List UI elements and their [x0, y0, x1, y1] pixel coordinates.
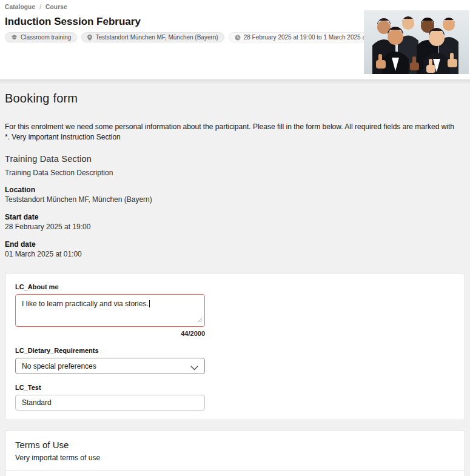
terms-card: Terms of Use Very importat terms of use … [5, 430, 465, 476]
start-date-field: Start date 28 February 2025 at 19:00 [5, 212, 465, 232]
char-counter: 44/2000 [15, 330, 205, 337]
course-photo [364, 10, 469, 74]
about-me-label: LC_About me [15, 283, 455, 290]
resize-handle-icon[interactable] [198, 316, 203, 324]
dietary-selected-value: No special preferences [22, 362, 96, 370]
badge-label: Classroom training [21, 34, 71, 41]
end-date-field: End date 01 March 2025 at 01:00 [5, 240, 465, 259]
chevron-down-icon [190, 364, 198, 372]
badge-label: Teststandort München MF, München (Bayern… [95, 34, 218, 41]
terms-body: I agree * [5, 471, 465, 476]
terms-description: Very importat terms of use [15, 454, 455, 462]
badge-label: 28 February 2025 at 19:00 to 1 March 202… [244, 34, 384, 41]
clock-icon [235, 35, 241, 41]
training-data-section-description: Training Data Section Description [5, 169, 465, 177]
training-data-section-title: Training Data Section [5, 154, 465, 164]
badge-location: Teststandort München MF, München (Bayern… [81, 32, 224, 42]
terms-title: Terms of Use [15, 440, 455, 450]
location-field: Location Teststandort München MF, Münche… [5, 185, 465, 204]
end-date-label: End date [5, 240, 465, 249]
text-caret [149, 300, 150, 307]
breadcrumb-separator: / [39, 4, 41, 10]
dietary-group: LC_Dietary_Requirements No special prefe… [15, 347, 455, 374]
dietary-label: LC_Dietary_Requirements [15, 347, 455, 354]
location-label: Location [5, 185, 465, 195]
booking-form-title: Booking form [5, 80, 465, 106]
breadcrumb-catalogue[interactable]: Catalogue [5, 4, 35, 10]
test-group: LC_Test [15, 384, 455, 411]
end-date-value: 01 March 2025 at 01:00 [5, 249, 465, 259]
booking-form-page: Booking form For this enrolment we need … [0, 79, 470, 476]
badge-training-type: Classroom training [5, 32, 77, 42]
course-header: Catalogue / Course Induction Session Feb… [0, 0, 470, 79]
about-me-group: LC_About me I like to learn practically … [15, 283, 455, 337]
test-input[interactable] [15, 395, 205, 411]
graduation-cap-icon [11, 35, 18, 40]
start-date-value: 28 February 2025 at 19:00 [5, 222, 465, 232]
custom-fields-card: LC_About me I like to learn practically … [5, 273, 465, 420]
about-me-textarea[interactable]: I like to learn practically and via stor… [15, 294, 205, 327]
terms-head: Terms of Use Very importat terms of use [5, 431, 465, 471]
about-me-text: I like to learn practically and via stor… [22, 300, 149, 308]
location-pin-icon [87, 35, 92, 41]
breadcrumb-course[interactable]: Course [45, 4, 67, 10]
location-value: Teststandort München MF, München (Bayern… [5, 195, 465, 204]
dietary-select[interactable]: No special preferences [15, 358, 205, 374]
breadcrumb: Catalogue / Course [5, 4, 465, 10]
booking-form-instructions: For this enrolment we need some personal… [5, 122, 461, 142]
test-label: LC_Test [15, 384, 455, 391]
start-date-label: Start date [5, 212, 465, 222]
